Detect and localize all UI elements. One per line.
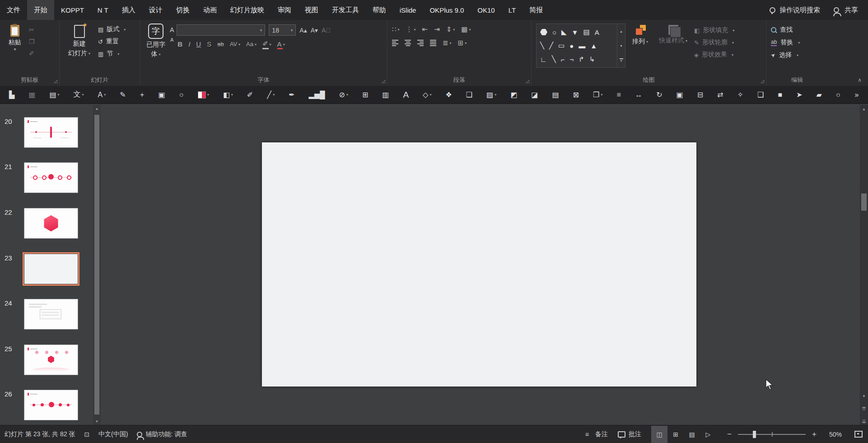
rotate-icon[interactable]: ↻ (656, 90, 662, 99)
shape-corner-2[interactable]: ¬ (569, 56, 574, 63)
circle-outline-icon[interactable]: ○ (836, 91, 840, 99)
slide-thumbnail-24[interactable] (24, 299, 78, 329)
picture-tool-icon[interactable]: ▨ (486, 90, 496, 99)
line-spacing-icon[interactable]: ≣ (443, 39, 452, 47)
stamp-icon[interactable]: ▙ (9, 90, 14, 99)
menu-tab[interactable]: OKPlus 9.0 (423, 0, 471, 20)
share-button[interactable]: 共享 (834, 6, 858, 14)
zoom-level[interactable]: 50% (823, 431, 842, 438)
font-color-quick-icon[interactable]: A (98, 91, 106, 99)
select-button[interactable]: ➤ 选择 (771, 51, 800, 59)
brush-icon[interactable]: ✐ (247, 90, 253, 99)
zoom-slider-handle[interactable] (753, 431, 756, 438)
shape-line[interactable]: ╲ (540, 42, 544, 50)
menu-tab[interactable]: 文件 (0, 0, 27, 20)
theme-color-icon[interactable] (198, 91, 209, 99)
shape-text-box[interactable]: ▤ (583, 28, 589, 36)
menu-tab[interactable]: LT (502, 0, 523, 20)
chart-icon[interactable]: ▂▅█ (309, 90, 325, 99)
collapse-ribbon-icon[interactable]: ∧ (858, 77, 862, 83)
menu-tab[interactable]: 插入 (115, 0, 142, 20)
change-case-button[interactable]: Aa (246, 41, 257, 47)
shape-triangle[interactable]: ▲ (590, 42, 597, 50)
format-painter-icon[interactable]: ✐ (29, 50, 35, 57)
shape-down-triangle[interactable]: ▼ (572, 28, 579, 36)
shape-arrow-bend-down[interactable]: ↳ (589, 55, 595, 63)
bold-button[interactable]: B (177, 40, 182, 48)
chinese-font-icon[interactable]: 文 (74, 90, 84, 99)
character-spacing-button[interactable]: AV (230, 41, 240, 47)
gallery-more-icon[interactable]: ▾ (617, 53, 625, 67)
tell-me-search[interactable]: 操作说明搜索 (770, 6, 820, 14)
shape-outline-button[interactable]: ✎ 形状轮廓 (694, 38, 734, 47)
shape-fill-quick-icon[interactable]: ◧ (223, 90, 233, 99)
align-center-icon[interactable] (405, 40, 411, 46)
shape-arrow-bend-up[interactable]: ↱ (579, 55, 584, 63)
panel-scroll-down-icon[interactable]: ▼ (93, 418, 101, 425)
indent-increase-icon[interactable]: ⇥ (434, 25, 440, 33)
zoom-slider[interactable] (738, 430, 806, 438)
bullets-icon[interactable]: ∷ (392, 25, 400, 33)
menu-tab[interactable]: 帮助 (366, 0, 393, 20)
bring-forward-icon[interactable]: ◩ (510, 90, 517, 99)
slide-thumbnail-20[interactable] (24, 118, 78, 147)
shape-hexagon[interactable] (540, 29, 547, 35)
accessibility-status[interactable]: 辅助功能: 调查 (137, 430, 187, 438)
menu-tab[interactable]: 动画 (196, 0, 224, 20)
shape-rectangle[interactable]: ▭ (558, 42, 565, 50)
arrange-button[interactable]: 排列 (628, 24, 652, 47)
shape-effects-button[interactable]: ◈ 形状效果 (694, 51, 734, 59)
layout-grid-icon[interactable]: ▦ (28, 90, 35, 99)
insert-picture-icon[interactable]: ▣ (159, 90, 165, 99)
distribute-icon[interactable]: ↔ (635, 91, 642, 99)
font-name-combobox[interactable]: ▾ (177, 24, 265, 36)
menu-tab[interactable]: 视图 (298, 0, 325, 20)
slide-counter[interactable]: 幻灯片 第 23 张, 共 82 张 (5, 430, 75, 438)
font-case-buttons[interactable]: AA (170, 24, 174, 42)
comments-button[interactable]: 批注 (618, 430, 641, 438)
underline-button[interactable]: U (196, 40, 201, 48)
shape-corner[interactable]: ⌐ (561, 56, 565, 63)
pointer-icon[interactable]: ➤ (796, 90, 802, 99)
text-direction-icon[interactable]: ⇕ (446, 25, 455, 33)
text-shadow-button[interactable]: S (207, 40, 211, 48)
format-painter-quick-icon[interactable]: ❖ (445, 90, 452, 99)
font-size-combobox[interactable]: 18▾ (269, 24, 296, 36)
duplicate-icon[interactable]: ❐ (593, 90, 602, 99)
menu-tab[interactable]: 简报 (523, 0, 550, 20)
quick-styles-button[interactable]: 快速样式 (655, 24, 691, 46)
slide-thumbnail-26[interactable] (24, 390, 78, 420)
panel-scroll-up-icon[interactable]: ▲ (93, 105, 101, 113)
menu-tab[interactable]: 切换 (169, 0, 196, 20)
layout-button[interactable]: ▤ 版式 (98, 25, 126, 33)
used-fonts-button[interactable]: 字 已用字 体 (145, 24, 167, 58)
section-button[interactable]: ▥ 节 (98, 50, 126, 58)
previous-slide-icon[interactable]: ⇈ (860, 405, 868, 413)
reset-button[interactable]: ↺ 重置 (98, 38, 126, 46)
edit-shape-icon[interactable]: ◇ (423, 90, 431, 99)
menu-tab[interactable]: OK10 (471, 0, 501, 20)
menu-tab[interactable]: 设计 (142, 0, 169, 20)
menu-tab[interactable]: 审阅 (271, 0, 298, 20)
send-backward-icon[interactable]: ◪ (531, 90, 538, 99)
shape-fill-button[interactable]: ◧ 形状填充 (694, 26, 734, 34)
zoom-in-button[interactable]: + (811, 430, 817, 439)
replace-button[interactable]: ab 替换 (771, 38, 800, 47)
panel-scrollbar-thumb[interactable] (94, 115, 99, 415)
gallery-scroll-up-icon[interactable]: ▲ (617, 24, 625, 38)
slide-thumbnail-22[interactable] (24, 208, 78, 238)
scroll-down-icon[interactable]: ▼ (860, 392, 868, 400)
clear-formatting-button[interactable]: A⃥ (322, 27, 331, 34)
numbering-icon[interactable]: ⋮ (406, 25, 416, 33)
shape-right-triangle[interactable]: ◣ (561, 28, 567, 36)
notes-tool-icon[interactable]: ▤ (552, 90, 559, 99)
reading-view-button[interactable]: ▤ (684, 426, 700, 443)
delete-icon[interactable]: ⊠ (573, 90, 579, 99)
wordart-icon[interactable]: A (403, 90, 409, 100)
notes-button[interactable]: ≡ 备注 (585, 430, 608, 438)
copy-icon[interactable]: ❐ (29, 38, 35, 45)
table-icon[interactable]: ⊞ (362, 90, 368, 99)
find-button[interactable]: 查找 (771, 26, 800, 34)
shape-elbow-connector[interactable]: ∟ (540, 56, 547, 63)
dialog-launcher-icon[interactable]: ◿ (54, 79, 57, 84)
